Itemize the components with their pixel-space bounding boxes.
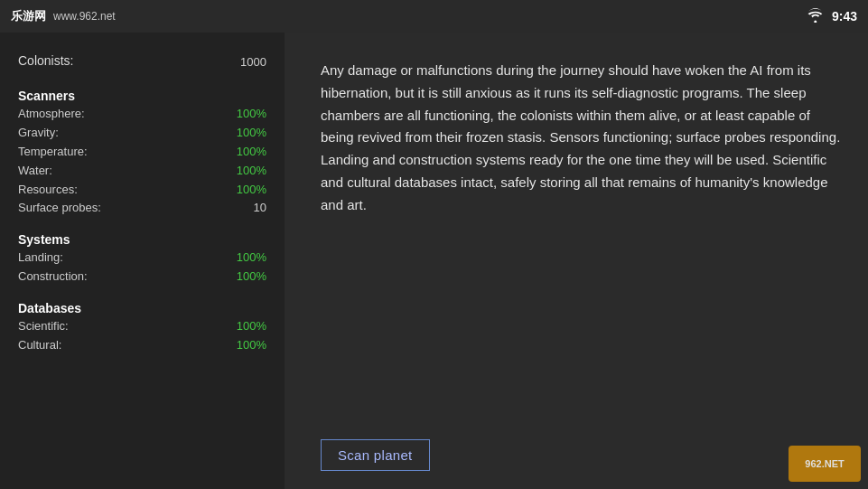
stat-row-value: 100%	[237, 268, 266, 287]
stat-row: Atmosphere:100%	[18, 105, 266, 124]
stat-row-label: Landing:	[18, 249, 63, 268]
colonists-label: Colonists:	[18, 51, 73, 71]
stat-row: Resources:100%	[18, 181, 266, 200]
scan-planet-button[interactable]: Scan planet	[321, 439, 430, 471]
stat-row-label: Cultural:	[18, 336, 61, 355]
sections-container: ScannersAtmosphere:100%Gravity:100%Tempe…	[18, 89, 266, 354]
right-panel: Any damage or malfunctions during the jo…	[285, 33, 868, 489]
section-header-scanners: Scanners	[18, 89, 266, 103]
stat-row-label: Surface probes:	[18, 199, 101, 218]
stat-row-label: Scientific:	[18, 317, 69, 336]
stat-row: Water:100%	[18, 162, 266, 181]
section-scanners: ScannersAtmosphere:100%Gravity:100%Tempe…	[18, 89, 266, 218]
stat-row-value: 100%	[237, 162, 266, 181]
topbar-left: 乐游网 www.962.net	[11, 8, 116, 24]
stat-row: Landing:100%	[18, 249, 266, 268]
stat-row-value: 100%	[237, 105, 266, 124]
stat-row: Surface probes:10	[18, 199, 266, 218]
site-logo: 乐游网	[11, 8, 46, 24]
colonists-value: 1000	[240, 53, 266, 72]
stat-row: Construction:100%	[18, 268, 266, 287]
main-container: Colonists: 1000 ScannersAtmosphere:100%G…	[0, 33, 868, 489]
section-header-systems: Systems	[18, 232, 266, 247]
stat-row-value: 100%	[237, 249, 266, 268]
stat-row-label: Construction:	[18, 268, 88, 287]
stat-row: Temperature:100%	[18, 143, 266, 162]
section-databases: DatabasesScientific:100%Cultural:100%	[18, 301, 266, 355]
stat-row-value: 100%	[237, 181, 266, 200]
stat-row-value: 100%	[237, 317, 266, 336]
colonists-row: Colonists: 1000	[18, 51, 266, 74]
stat-row-label: Atmosphere:	[18, 105, 85, 124]
stat-row-value: 10	[254, 199, 266, 218]
stat-row-value: 100%	[237, 124, 266, 143]
section-header-databases: Databases	[18, 301, 266, 315]
stat-row-label: Water:	[18, 162, 52, 181]
time-display: 9:43	[832, 9, 857, 24]
left-panel: Colonists: 1000 ScannersAtmosphere:100%G…	[0, 33, 285, 489]
colonists-section: Colonists: 1000	[18, 51, 266, 74]
topbar-right: 9:43	[807, 6, 857, 26]
stat-row-label: Gravity:	[18, 124, 59, 143]
watermark: 962.NET	[789, 446, 861, 482]
stat-row: Gravity:100%	[18, 124, 266, 143]
wifi-icon	[807, 6, 823, 26]
narrative-text: Any damage or malfunctions during the jo…	[321, 60, 841, 414]
section-systems: SystemsLanding:100%Construction:100%	[18, 232, 266, 287]
topbar: 乐游网 www.962.net 9:43	[0, 0, 868, 33]
stat-row: Scientific:100%	[18, 317, 266, 336]
stat-row-label: Temperature:	[18, 143, 88, 162]
stat-row-value: 100%	[237, 336, 266, 355]
stat-row: Cultural:100%	[18, 336, 266, 355]
site-url: www.962.net	[53, 10, 116, 23]
stat-row-label: Resources:	[18, 181, 78, 200]
stat-row-value: 100%	[237, 143, 266, 162]
